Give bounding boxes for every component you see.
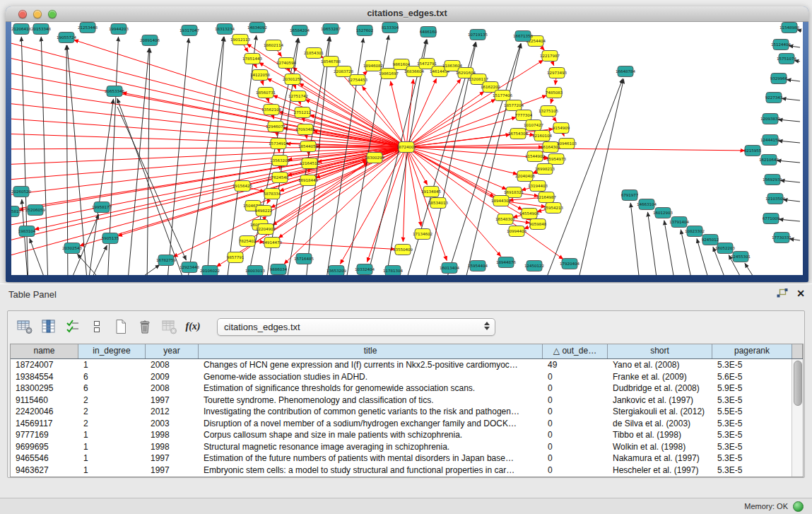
graph-node[interactable]: 16052203 [715, 243, 735, 254]
graph-node[interactable]: 12093832 [760, 114, 780, 124]
graph-node[interactable]: 25206059 [25, 205, 45, 216]
graph-node[interactable]: 18546788 [321, 57, 341, 67]
column-header-title[interactable]: title [199, 344, 543, 358]
graph-node[interactable]: 18944876 [496, 257, 516, 268]
table-cell[interactable]: 2 [78, 418, 146, 430]
graph-node[interactable]: 20301259 [283, 74, 302, 85]
table-cell[interactable]: Hescheler et al. (1997) [608, 465, 712, 477]
graph-node[interactable]: 2751212 [294, 107, 312, 118]
graph-node[interactable]: 10653287 [321, 24, 341, 35]
citation-edge-black[interactable] [777, 160, 800, 163]
graph-node[interactable]: 18560731 [256, 88, 276, 98]
table-cell[interactable]: 9777169 [11, 429, 78, 441]
table-cell[interactable]: Tibbo et al. (1998) [608, 429, 712, 441]
table-cell[interactable]: 0 [543, 441, 608, 453]
close-panel-icon[interactable]: ✕ [796, 288, 805, 298]
scrollbar-thumb[interactable] [794, 361, 802, 406]
citation-edge-red[interactable] [273, 147, 406, 225]
citation-edge-black[interactable] [117, 98, 187, 275]
citation-edge-black[interactable] [41, 37, 48, 275]
graph-node[interactable]: 17920404 [560, 259, 579, 269]
citation-edge-black[interactable] [787, 79, 800, 81]
graph-node[interactable]: 18946082 [363, 61, 383, 71]
table-cell[interactable]: Investigating the contribution of common… [199, 406, 543, 418]
graph-node[interactable]: 15751074 [777, 54, 796, 64]
row-height-button[interactable] [87, 317, 107, 337]
citation-edge-black[interactable] [647, 212, 658, 275]
graph-node[interactable]: 12754453 [348, 75, 367, 86]
citation-edge-red[interactable] [406, 79, 413, 147]
graph-node[interactable]: 5905135 [102, 233, 119, 244]
graph-node[interactable]: 15124404 [771, 40, 791, 50]
graph-node[interactable]: 21854301 [304, 48, 324, 59]
table-row[interactable]: 946554611997Estimation of the future num… [11, 452, 792, 465]
graph-node[interactable]: 6771009 [763, 214, 780, 224]
function-builder-button[interactable]: f(x) [183, 317, 203, 337]
table-cell[interactable]: 1998 [146, 441, 199, 453]
table-row[interactable]: 2242004622012Investigating the contribut… [11, 406, 792, 418]
citation-edge-black[interactable] [745, 263, 760, 275]
table-cell[interactable]: 14569117 [11, 418, 78, 430]
graph-node[interactable]: 19055724 [57, 33, 76, 43]
graph-node[interactable]: 8133304 [382, 23, 399, 33]
table-cell[interactable]: 2008 [146, 359, 199, 371]
citation-edge-black[interactable] [664, 221, 676, 275]
graph-node[interactable]: 13550409 [393, 245, 413, 255]
graph-node[interactable]: 6791977 [621, 190, 639, 201]
graph-node[interactable]: 17093481 [295, 124, 315, 135]
graph-node[interactable]: 13791404 [669, 217, 689, 228]
citation-edge-black[interactable] [30, 238, 48, 275]
table-cell[interactable]: 1 [78, 429, 146, 441]
citation-edge-red[interactable] [272, 243, 395, 249]
table-cell[interactable]: 6 [78, 382, 146, 395]
table-cell[interactable]: 1 [78, 465, 146, 477]
citation-edge-black[interactable] [147, 48, 150, 275]
table-cell[interactable]: 5.9E-5 [712, 382, 792, 395]
citation-edge-black[interactable] [779, 219, 800, 221]
graph-node[interactable]: 13275105 [539, 106, 558, 117]
graph-node[interactable]: 19156425 [233, 181, 252, 192]
graph-node[interactable]: 18602114 [264, 40, 283, 51]
citation-edge-black[interactable] [66, 45, 68, 275]
table-row[interactable]: 977716911998Corpus callosum shape and si… [11, 429, 792, 441]
citation-edge-red[interactable] [35, 147, 406, 230]
graph-node[interactable]: 10994403 [507, 226, 526, 237]
graph-node[interactable]: 13194403 [528, 181, 548, 192]
graph-node[interactable]: 19012113 [230, 35, 250, 45]
graph-node[interactable]: 16918443 [298, 175, 318, 186]
column-header-year[interactable]: year [146, 344, 199, 358]
graph-node[interactable]: 22040406 [515, 171, 535, 182]
graph-node[interactable]: 21253448 [78, 23, 98, 33]
delete-rows-button[interactable] [135, 317, 155, 337]
graph-node[interactable]: 13563209 [270, 156, 290, 166]
graph-node[interactable]: 15954973 [546, 154, 566, 165]
graph-node[interactable]: 21985817 [11, 206, 21, 217]
table-row[interactable]: 1872400712008Changes of HCN gene express… [11, 359, 792, 371]
graph-node[interactable]: 20153348 [31, 24, 51, 35]
table-cell[interactable]: 0 [543, 452, 608, 465]
graph-node[interactable]: 17134602 [413, 229, 433, 240]
table-cell[interactable]: 9115460 [11, 395, 78, 407]
graph-node[interactable]: 6486160 [420, 27, 437, 37]
citation-edge-red[interactable] [406, 147, 421, 226]
table-cell[interactable]: 1 [78, 452, 146, 465]
graph-node[interactable]: 12973493 [547, 68, 567, 78]
graph-node[interactable]: 7485083 [546, 88, 563, 98]
graph-node[interactable]: 16648784 [616, 66, 635, 77]
graph-node[interactable]: 7624540 [271, 173, 289, 183]
citation-edge-red[interactable] [406, 147, 745, 151]
new-table-button[interactable] [111, 317, 131, 337]
network-window-titlebar[interactable]: citations_edges.txt [6, 6, 808, 22]
table-cell[interactable]: 5.3E-5 [712, 395, 792, 407]
graph-node[interactable]: 20260520 [11, 187, 31, 197]
graph-node[interactable]: 12450122 [524, 261, 544, 271]
graph-node[interactable]: 11544909 [525, 151, 545, 162]
graph-node[interactable]: 18313234 [215, 24, 235, 35]
column-header-pagerank[interactable]: pagerank [712, 344, 792, 358]
graph-node[interactable]: 16584204 [290, 25, 310, 36]
graph-node[interactable]: 1983104 [18, 226, 36, 237]
table-cell[interactable]: 0 [543, 406, 608, 418]
table-cell[interactable]: 19384554 [11, 371, 78, 383]
citation-edge-black[interactable] [782, 98, 800, 100]
table-cell[interactable]: 9465546 [11, 452, 78, 465]
